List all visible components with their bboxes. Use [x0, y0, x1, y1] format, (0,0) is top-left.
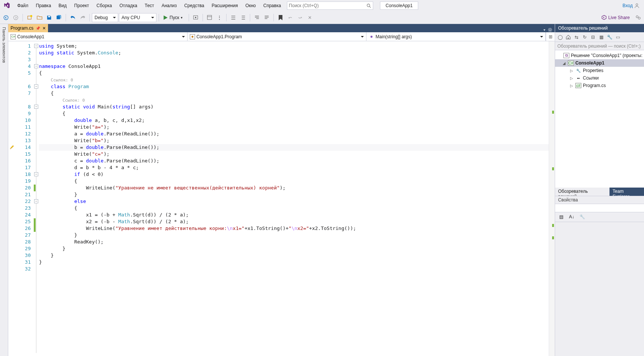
svg-point-13 — [549, 29, 551, 31]
tab-options-icon[interactable] — [548, 27, 552, 32]
step-button[interactable] — [191, 13, 200, 22]
quick-launch-search[interactable] — [287, 2, 373, 10]
nav-back-icon[interactable]: ◯ — [557, 34, 563, 41]
close-tab-icon[interactable]: ✕ — [42, 26, 46, 31]
overview-ruler[interactable] — [549, 41, 555, 356]
search-input[interactable] — [289, 3, 366, 8]
split-editor-button[interactable]: ⊞ — [546, 32, 555, 41]
svg-point-9 — [195, 17, 197, 18]
tool-a-button[interactable] — [205, 13, 214, 22]
code-area[interactable]: using System;using static System.Console… — [39, 41, 549, 356]
configuration-combo[interactable]: Debug — [92, 13, 118, 22]
live-share-button[interactable]: Live Share — [598, 15, 633, 20]
expander-icon[interactable]: ▷ — [569, 76, 574, 80]
menu-сборка[interactable]: Сборка — [93, 2, 116, 10]
solution-explorer-title: Обозреватель решений — [555, 24, 644, 32]
solution-tree[interactable]: ⧉ Решение "ConsoleApp1" (проекты: ◢ C# C… — [555, 50, 644, 188]
indent-in-button[interactable] — [239, 13, 248, 22]
tab-solution-explorer[interactable]: Обозреватель решений — [555, 188, 609, 196]
fold-toggle[interactable]: − — [34, 105, 38, 109]
csproj-icon: C# — [568, 60, 574, 66]
file-tab-program[interactable]: Program.cs 📌 ✕ — [8, 24, 48, 32]
class-icon: ◆ — [190, 34, 195, 39]
bookmark-prev-button[interactable]: ⤺ — [286, 13, 295, 22]
svg-point-3 — [4, 15, 8, 20]
tree-project-node[interactable]: ◢ C# ConsoleApp1 — [555, 59, 644, 67]
tab-team-explorer[interactable]: Team Explorer — [609, 188, 644, 196]
menu-правка[interactable]: Правка — [32, 2, 55, 10]
feedback-button[interactable] — [633, 13, 642, 22]
save-button[interactable] — [45, 13, 54, 22]
solution-explorer-search[interactable]: Обозреватель решений — поиск (Ctrl+;) — [555, 42, 644, 50]
indent-out-button[interactable] — [229, 13, 238, 22]
pin-icon[interactable]: 📌 — [36, 26, 40, 30]
nav-back-button[interactable] — [2, 13, 11, 22]
fold-toggle[interactable]: − — [34, 172, 38, 176]
toolbox-panel-collapsed[interactable]: Панель элементов — [0, 24, 8, 356]
outlining-margin[interactable]: −−−−−− — [34, 41, 39, 356]
nav-scope-label: ConsoleApp1 — [17, 34, 44, 39]
nav-class-combo[interactable]: ◆ ConsoleApp1.Program — [188, 32, 367, 41]
bookmark-next-button[interactable]: ⤻ — [296, 13, 305, 22]
sign-in-link[interactable]: Вход — [620, 2, 642, 10]
method-icon: ◉ — [369, 34, 374, 39]
collapse-icon[interactable]: ⊟ — [590, 34, 596, 41]
expander-icon[interactable]: ▷ — [569, 69, 574, 73]
tree-references-node[interactable]: ▷ ▪▪ Ссылки — [555, 74, 644, 82]
undo-button[interactable] — [68, 13, 77, 22]
prop-wrench-icon[interactable]: 🔧 — [578, 212, 587, 221]
tree-properties-node[interactable]: ▷ 🔧 Properties — [555, 67, 644, 74]
redo-button[interactable] — [78, 13, 87, 22]
menu-расширения[interactable]: Расширения — [208, 2, 242, 10]
alphabetical-icon[interactable]: A↓ — [567, 212, 576, 221]
nav-forward-button[interactable] — [11, 13, 20, 22]
expander-icon[interactable]: ▷ — [569, 84, 574, 88]
file-tab-label: Program.cs — [11, 26, 33, 31]
show-all-icon[interactable]: ▦ — [598, 34, 605, 41]
code-editor[interactable]: 1234567891011121314151617181920212223242… — [8, 41, 555, 356]
uncomment-button[interactable] — [262, 13, 271, 22]
fold-toggle[interactable]: − — [34, 199, 38, 203]
menu-проект[interactable]: Проект — [71, 2, 93, 10]
tab-overflow-icon[interactable]: ▾ — [543, 28, 545, 32]
properties-icon[interactable]: 🔧 — [606, 34, 613, 41]
menu-средства[interactable]: Средства — [180, 2, 208, 10]
platform-combo[interactable]: Any CPU — [119, 13, 156, 22]
nav-member-combo[interactable]: ◉ Main(string[] args) — [366, 32, 546, 41]
tool-b-button[interactable]: ⋮ — [215, 13, 224, 22]
expander-icon[interactable]: ◢ — [562, 61, 566, 65]
menu-справка[interactable]: Справка — [260, 2, 285, 10]
bookmark-button[interactable] — [276, 13, 285, 22]
start-debug-button[interactable]: Пуск ▾ — [161, 13, 186, 22]
preview-icon[interactable]: ▭ — [614, 34, 621, 41]
menu-файл[interactable]: Файл — [14, 2, 32, 10]
refresh-icon[interactable]: ↻ — [581, 34, 588, 41]
menu-окно[interactable]: Окно — [242, 2, 260, 10]
menu-анализ[interactable]: Анализ — [158, 2, 181, 10]
vs-logo-icon — [2, 0, 12, 11]
home-icon[interactable] — [565, 34, 572, 41]
categorized-icon[interactable]: ▤ — [557, 212, 566, 221]
nav-class-label: ConsoleApp1.Program — [197, 34, 242, 39]
navigation-bar: C# ConsoleApp1 ◆ ConsoleApp1.Program ◉ M… — [8, 32, 555, 41]
menu-bar: ФайлПравкаВидПроектСборкаОтладкаТестАнал… — [0, 0, 644, 11]
new-project-button[interactable] — [25, 13, 34, 22]
references-label: Ссылки — [583, 75, 599, 81]
open-file-button[interactable] — [35, 13, 44, 22]
fold-toggle[interactable]: − — [34, 84, 38, 89]
nav-scope-combo[interactable]: C# ConsoleApp1 — [8, 32, 188, 41]
fold-toggle[interactable]: − — [34, 64, 38, 68]
properties-label: Properties — [583, 68, 603, 73]
menu-тест[interactable]: Тест — [141, 2, 158, 10]
menu-вид[interactable]: Вид — [55, 2, 71, 10]
startup-project[interactable]: ConsoleApp1 — [380, 2, 418, 10]
bookmark-clear-button[interactable]: ✕ — [305, 13, 314, 22]
comment-button[interactable] — [252, 13, 261, 22]
tree-file-node[interactable]: ▷ c# Program.cs — [555, 82, 644, 89]
line-number-gutter: 1234567891011121314151617181920212223242… — [16, 41, 34, 356]
sync-icon[interactable]: ⇆ — [573, 34, 580, 41]
save-all-button[interactable] — [54, 13, 63, 22]
menu-отладка[interactable]: Отладка — [116, 2, 141, 10]
tree-solution-node[interactable]: ⧉ Решение "ConsoleApp1" (проекты: — [555, 52, 644, 59]
fold-toggle[interactable]: − — [34, 44, 38, 48]
